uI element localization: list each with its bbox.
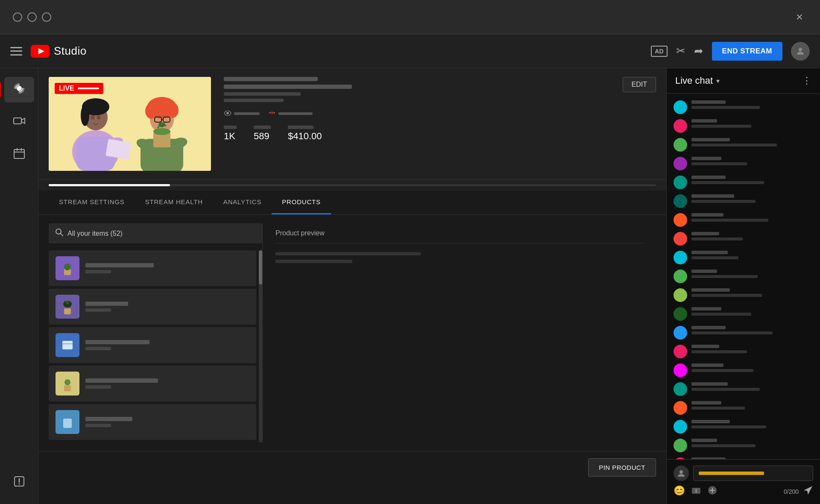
chat-send-button[interactable] [803, 485, 813, 498]
svg-point-48 [66, 301, 69, 304]
chat-avatar [674, 363, 687, 377]
chat-message [667, 380, 820, 399]
youtube-logo-icon [31, 45, 50, 58]
chat-avatar [674, 288, 687, 302]
chat-input-area: 😊 $ [667, 459, 820, 504]
chat-action-icons: 😊 $ [674, 485, 718, 498]
product-name-line-2 [85, 302, 128, 306]
stream-indicators [224, 110, 656, 117]
product-thumbnail-5 [56, 410, 79, 434]
chat-chevron-icon: ▾ [716, 77, 720, 85]
chat-title-area[interactable]: Live chat ▾ [675, 75, 720, 86]
product-thumbnail-3 [56, 333, 79, 357]
window-close-btn-circle[interactable] [42, 12, 51, 22]
add-button[interactable] [707, 485, 718, 498]
chat-username-line [691, 232, 719, 235]
window-maximize-btn[interactable] [27, 12, 37, 22]
search-placeholder: All your items (52) [67, 230, 123, 237]
user-avatar-button[interactable] [791, 42, 810, 61]
stat-value-revenue: $410.00 [288, 131, 322, 142]
sidebar-item-calendar[interactable] [4, 142, 34, 167]
chat-message-content [691, 326, 813, 334]
svg-rect-50 [62, 341, 73, 349]
chat-message [667, 417, 820, 436]
stat-label-revenue [288, 126, 313, 129]
chat-text-line [691, 369, 753, 372]
svg-point-32 [153, 128, 170, 135]
chat-more-button[interactable]: ⋮ [802, 75, 811, 86]
header-left: Studio [10, 44, 651, 58]
svg-line-41 [61, 234, 63, 236]
chat-avatar [674, 176, 687, 189]
product-thumbnail-2 [56, 295, 79, 319]
hamburger-menu-button[interactable] [10, 47, 22, 56]
products-list: All your items (52) [49, 223, 262, 442]
chat-avatar [674, 382, 687, 396]
stat-likes: 589 [254, 126, 271, 142]
product-info-5 [85, 417, 132, 427]
svg-point-36 [226, 112, 229, 114]
end-stream-button[interactable]: END STREAM [712, 42, 782, 61]
product-item[interactable] [49, 366, 256, 401]
super-chat-button[interactable]: $ [691, 485, 701, 498]
stat-value-likes: 589 [254, 131, 271, 142]
tab-products[interactable]: PRODUCTS [272, 190, 331, 214]
chat-message-content [691, 119, 813, 128]
chat-message-content [691, 100, 813, 109]
svg-point-37 [271, 111, 273, 114]
product-item[interactable] [49, 404, 256, 440]
product-item[interactable] [49, 327, 256, 363]
chat-username-line [691, 439, 717, 442]
chat-message-content [691, 138, 813, 147]
product-price-line-1 [85, 270, 111, 273]
chat-message-content [691, 157, 813, 165]
svg-rect-53 [64, 385, 71, 391]
edit-button[interactable]: EDIT [623, 77, 656, 92]
window-close-button[interactable]: × [796, 10, 803, 24]
chat-text-line [691, 219, 768, 222]
chat-text-line [691, 200, 756, 203]
svg-point-33 [158, 122, 165, 127]
product-list-scrollbar[interactable] [259, 250, 262, 442]
chat-text-line [691, 407, 745, 410]
chat-message-content [691, 176, 813, 184]
chat-text-line [691, 313, 751, 316]
chat-text-line [691, 425, 766, 428]
product-item[interactable] [49, 250, 256, 286]
stat-value-viewers: 1K [224, 131, 237, 142]
chat-avatar [674, 439, 687, 452]
view-indicator [224, 110, 260, 117]
content-area: LIVE [38, 68, 666, 504]
stat-label-viewers [224, 126, 237, 129]
tab-analytics[interactable]: ANALYTICS [213, 190, 272, 214]
emoji-button[interactable]: 😊 [674, 485, 685, 498]
chat-avatar [674, 119, 687, 133]
svg-point-12 [18, 483, 20, 484]
sidebar-item-live[interactable] [4, 77, 34, 103]
svg-point-38 [269, 112, 271, 114]
chat-username-line [691, 251, 728, 254]
chat-input-field[interactable] [693, 466, 813, 481]
product-item[interactable] [49, 289, 256, 325]
svg-rect-56 [63, 419, 72, 428]
live-badge: LIVE [55, 83, 103, 94]
chat-message [667, 173, 820, 192]
svg-point-2 [799, 48, 802, 51]
tab-stream-health[interactable]: STREAM HEALTH [135, 190, 213, 214]
pin-product-button[interactable]: PIN PRODUCT [588, 458, 656, 477]
tab-stream-settings[interactable]: STREAM SETTINGS [49, 190, 135, 214]
sidebar-item-feedback[interactable] [4, 470, 34, 495]
window-minimize-btn[interactable] [13, 12, 22, 22]
chat-text-line [691, 144, 777, 147]
svg-point-54 [64, 379, 70, 385]
share-icon-button[interactable]: ➦ [694, 44, 703, 58]
progress-area [38, 180, 666, 190]
product-info-3 [85, 340, 149, 350]
product-price-line-2 [85, 308, 111, 312]
search-bar[interactable]: All your items (52) [49, 223, 262, 243]
sidebar-item-camera[interactable] [4, 109, 34, 135]
chat-avatar [674, 401, 687, 415]
chat-actions-row: 😊 $ [674, 485, 813, 498]
cut-icon-button[interactable]: ✂ [676, 44, 685, 58]
chat-user-avatar [674, 466, 689, 481]
